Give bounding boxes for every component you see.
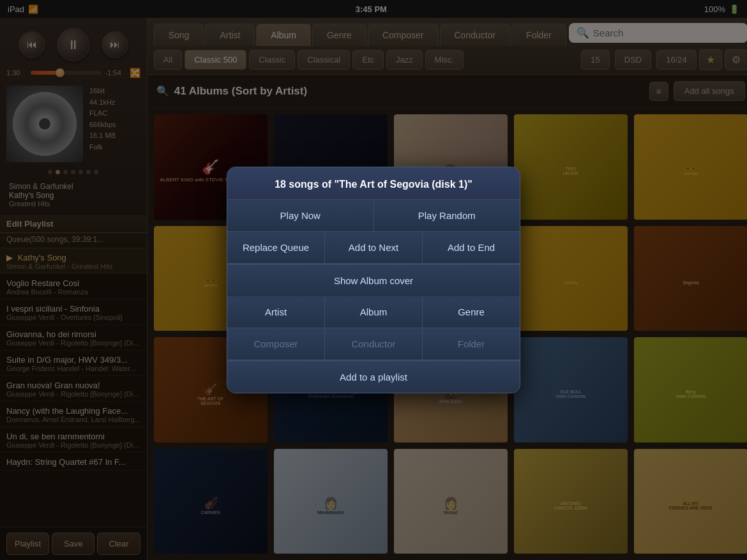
genre-button[interactable]: Genre	[423, 296, 520, 328]
dialog-overlay[interactable]: 18 songs of "The Art of Segovia (disk 1)…	[0, 0, 747, 560]
play-now-button[interactable]: Play Now	[227, 200, 374, 231]
dialog: 18 songs of "The Art of Segovia (disk 1)…	[227, 167, 520, 393]
artist-button[interactable]: Artist	[227, 296, 324, 328]
dialog-row-1: Play Now Play Random	[227, 200, 520, 232]
dialog-title: 18 songs of "The Art of Segovia (disk 1)…	[227, 167, 520, 200]
dialog-row-4: Composer Conductor Folder	[227, 328, 520, 360]
composer-button[interactable]: Composer	[227, 328, 324, 359]
replace-queue-button[interactable]: Replace Queue	[227, 232, 324, 263]
album-button[interactable]: Album	[325, 296, 422, 328]
folder-button[interactable]: Folder	[423, 328, 520, 359]
show-album-cover-button[interactable]: Show Album cover	[227, 264, 520, 296]
add-to-next-button[interactable]: Add to Next	[325, 232, 422, 263]
conductor-button[interactable]: Conductor	[325, 328, 422, 359]
add-to-playlist-button[interactable]: Add to a playlist	[227, 361, 520, 393]
add-to-end-button[interactable]: Add to End	[423, 232, 520, 263]
play-random-button[interactable]: Play Random	[374, 200, 520, 231]
dialog-row-2: Replace Queue Add to Next Add to End	[227, 232, 520, 264]
dialog-row-3: Artist Album Genre	[227, 296, 520, 328]
